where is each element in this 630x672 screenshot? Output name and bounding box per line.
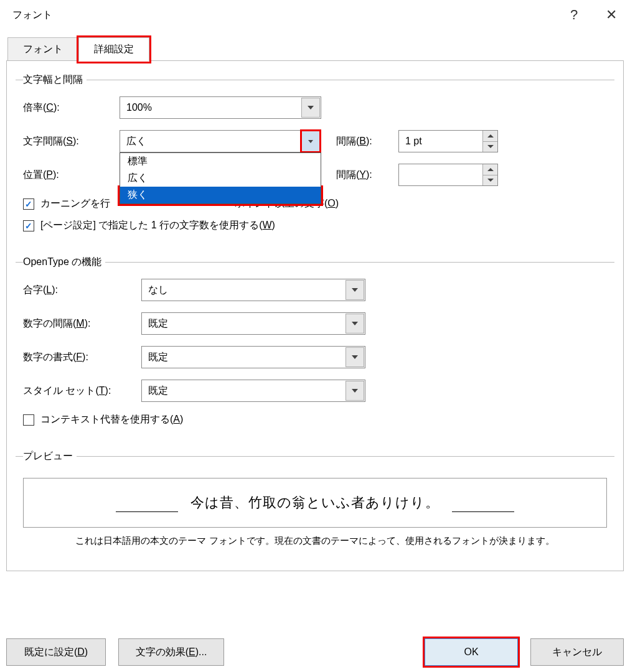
dropdown-item-condensed[interactable]: 狭く <box>120 187 321 203</box>
close-icon: ✕ <box>606 7 617 23</box>
number-forms-label: 数字の書式(F): <box>23 351 141 364</box>
tab-font-label: フォント <box>23 44 63 54</box>
row-use-grid: ✓ [ページ設定] で指定した 1 行の文字数を使用する(W) <box>23 219 607 232</box>
checkmark-icon: ✓ <box>25 199 32 209</box>
section-preview: プレビュー 今は昔、竹取の翁といふ者ありけり。 これは日本語用の本文のテーマ フ… <box>16 450 614 551</box>
position-by-spinner[interactable] <box>398 164 498 186</box>
section-character-spacing-legend: 文字幅と間隔 <box>23 73 87 86</box>
dropdown-item-normal[interactable]: 標準 <box>120 153 321 170</box>
row-spacing: 文字間隔(S): 広く 間隔(B): 1 pt 標準 広く 狭く <box>23 130 607 152</box>
triangle-down-icon <box>487 145 494 148</box>
spacing-label: 文字間隔(S): <box>23 135 120 148</box>
ligatures-combo[interactable]: なし <box>141 279 365 301</box>
number-spacing-dropdown-button[interactable] <box>346 314 364 334</box>
triangle-up-icon <box>487 168 494 171</box>
position-by-label: 間隔(Y): <box>336 169 398 182</box>
ok-button-label: OK <box>464 646 478 658</box>
spacing-by-label: 間隔(B): <box>336 135 398 148</box>
contextual-alternates-checkbox[interactable] <box>23 414 34 426</box>
tab-advanced-label: 詳細設定 <box>94 44 134 54</box>
row-number-spacing: 数字の間隔(M): 既定 <box>23 312 607 335</box>
chevron-down-icon <box>308 140 313 143</box>
number-spacing-value: 既定 <box>142 317 345 330</box>
scale-dropdown-button[interactable] <box>301 98 320 118</box>
spinner-buttons <box>482 131 497 152</box>
preview-underline-left <box>116 497 178 512</box>
spinner-up-button[interactable] <box>482 131 497 142</box>
row-number-forms: 数字の書式(F): 既定 <box>23 346 607 368</box>
triangle-down-icon <box>487 179 494 182</box>
scale-value: 100% <box>120 102 301 113</box>
dialog-footer: 既定に設定(D) 文字の効果(E)... OK キャンセル <box>6 638 624 666</box>
spacing-dropdown-button[interactable] <box>300 129 321 153</box>
preview-description: これは日本語用の本文のテーマ フォントです。現在の文書のテーマによって、使用され… <box>23 535 607 547</box>
preview-box: 今は昔、竹取の翁といふ者ありけり。 <box>23 478 607 528</box>
stylistic-sets-combo[interactable]: 既定 <box>141 380 365 402</box>
row-ligatures: 合字(L): なし <box>23 279 607 301</box>
number-forms-dropdown-button[interactable] <box>346 347 364 367</box>
title-bar: フォント ? ✕ <box>0 0 630 30</box>
number-spacing-combo[interactable]: 既定 <box>141 312 365 335</box>
dialog-title: フォント <box>12 9 52 22</box>
chevron-down-icon <box>352 355 358 359</box>
tab-font[interactable]: フォント <box>7 37 78 61</box>
chevron-down-icon <box>352 389 358 393</box>
ligatures-dropdown-button[interactable] <box>346 280 364 300</box>
set-as-default-button[interactable]: 既定に設定(D) <box>6 638 106 666</box>
chevron-down-icon <box>352 322 358 325</box>
use-grid-checkbox[interactable]: ✓ <box>23 220 34 231</box>
triangle-up-icon <box>487 134 494 138</box>
spinner-down-button[interactable] <box>482 142 497 152</box>
spacing-by-spinner[interactable]: 1 pt <box>398 130 498 152</box>
preview-sample-text: 今は昔、竹取の翁といふ者ありけり。 <box>190 493 440 512</box>
spacing-by-value: 1 pt <box>399 131 482 152</box>
preview-underline-right <box>452 497 514 512</box>
number-spacing-label: 数字の間隔(M): <box>23 317 141 330</box>
tab-strip: フォント 詳細設定 <box>7 37 630 61</box>
use-grid-label: [ページ設定] で指定した 1 行の文字数を使用する(W) <box>40 219 275 232</box>
section-opentype-legend: OpenType の機能 <box>23 256 105 269</box>
cancel-button-label: キャンセル <box>552 646 602 659</box>
chevron-down-icon <box>308 106 314 110</box>
position-label: 位置(P): <box>23 169 120 182</box>
cancel-button[interactable]: キャンセル <box>530 638 624 666</box>
close-button[interactable]: ✕ <box>593 2 630 27</box>
ligatures-label: 合字(L): <box>23 284 141 297</box>
help-icon: ? <box>570 7 578 23</box>
scale-combo[interactable]: 100% <box>120 96 321 119</box>
checkmark-icon: ✓ <box>25 221 32 231</box>
chevron-down-icon <box>352 288 358 292</box>
ligatures-value: なし <box>142 284 345 297</box>
scale-label: 倍率(C): <box>23 101 120 114</box>
stylistic-sets-dropdown-button[interactable] <box>346 381 364 401</box>
row-scale: 倍率(C): 100% <box>23 96 607 119</box>
spacing-dropdown-list: 標準 広く 狭く <box>120 152 321 204</box>
dialog-content: 文字幅と間隔 倍率(C): 100% 文字間隔(S): 広く 間隔(B): 1 … <box>6 60 624 571</box>
spacing-value: 広く <box>120 135 301 148</box>
spinner-up-button[interactable] <box>482 164 497 175</box>
stylistic-sets-label: スタイル セット(T): <box>23 385 141 398</box>
tab-advanced[interactable]: 詳細設定 <box>78 37 149 61</box>
position-by-value <box>399 164 482 185</box>
contextual-alternates-label: コンテキスト代替を使用する(A) <box>40 413 183 426</box>
text-effects-button[interactable]: 文字の効果(E)... <box>118 638 224 666</box>
number-forms-value: 既定 <box>142 351 345 364</box>
section-opentype: OpenType の機能 合字(L): なし 数字の間隔(M): 既定 数字の書… <box>16 256 614 439</box>
spinner-buttons <box>482 164 497 185</box>
number-forms-combo[interactable]: 既定 <box>141 346 365 368</box>
stylistic-sets-value: 既定 <box>142 385 345 398</box>
kerning-checkbox[interactable]: ✓ <box>23 198 34 210</box>
help-button[interactable]: ? <box>555 2 593 27</box>
spinner-down-button[interactable] <box>482 175 497 186</box>
spacing-combo[interactable]: 広く <box>120 130 321 152</box>
ok-button[interactable]: OK <box>425 638 518 666</box>
kerning-label-part1: カーニングを行 <box>40 197 110 210</box>
section-character-spacing: 文字幅と間隔 倍率(C): 100% 文字間隔(S): 広く 間隔(B): 1 … <box>16 73 614 245</box>
section-preview-legend: プレビュー <box>23 450 77 463</box>
row-contextual-alternates: コンテキスト代替を使用する(A) <box>23 413 607 426</box>
titlebar-controls: ? ✕ <box>555 2 630 27</box>
dropdown-item-expanded[interactable]: 広く <box>120 170 321 187</box>
row-stylistic-sets: スタイル セット(T): 既定 <box>23 380 607 402</box>
